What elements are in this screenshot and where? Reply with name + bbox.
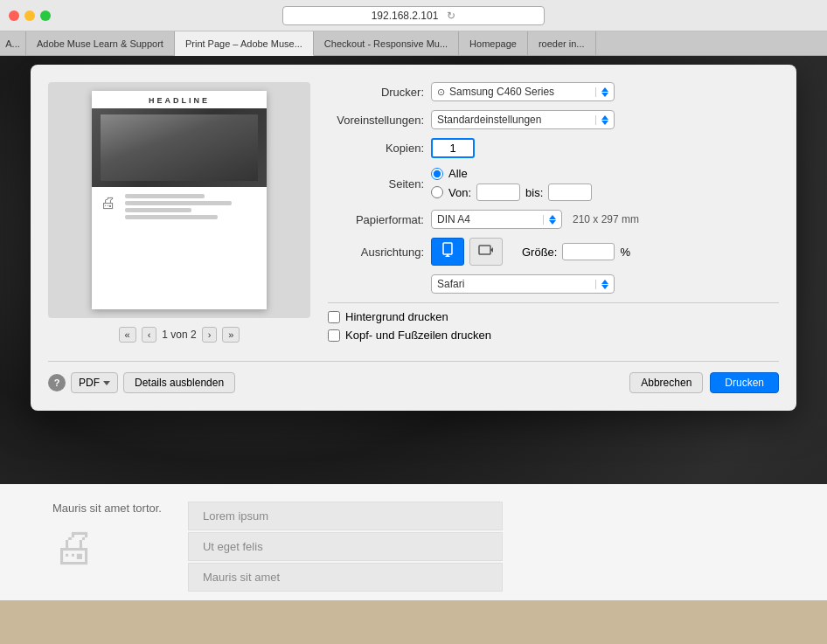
list-item-3: Mauris sit amet — [188, 563, 503, 592]
maximize-button[interactable] — [40, 10, 51, 21]
tab-new[interactable]: A... — [0, 31, 26, 55]
ausrichtung-row: Ausrichtung: — [328, 238, 779, 266]
kopien-control: 1 — [431, 138, 475, 158]
preview-line-2 — [125, 201, 232, 205]
tab-roeder[interactable]: roeder in... — [528, 31, 596, 55]
preview-bottom: 🖨 — [92, 187, 267, 309]
papierformat-value: DIN A4 — [437, 213, 470, 225]
minimize-button[interactable] — [24, 10, 35, 21]
app-select[interactable]: Safari — [431, 274, 615, 294]
tab-homepage[interactable]: Homepage — [459, 31, 528, 55]
refresh-icon[interactable]: ↻ — [447, 10, 455, 22]
app-row: Safari — [328, 274, 779, 294]
arrow-up-icon — [549, 215, 556, 219]
kopfzeilen-label: Kopf- und Fußzeilen drucken — [345, 329, 491, 342]
preview-image — [92, 108, 267, 187]
close-button[interactable] — [9, 10, 19, 21]
papierformat-label: Papierformat: — [328, 213, 424, 226]
arrow-up-icon — [601, 87, 608, 92]
preview-lines — [125, 194, 258, 219]
footer-left: ? PDF Details ausblenden — [48, 372, 235, 393]
page-info: 1 von 2 — [162, 329, 196, 341]
papierformat-size: 210 x 297 mm — [573, 213, 639, 225]
drucker-label: Drucker: — [328, 86, 424, 99]
drucker-row: Drucker: ⊙ Samsung C460 Series — [328, 82, 779, 101]
url-bar[interactable]: 192.168.2.101 ↻ — [282, 6, 545, 25]
landscape-btn[interactable] — [469, 238, 503, 266]
kopien-input[interactable]: 1 — [431, 138, 475, 158]
hintergrund-checkbox[interactable] — [328, 311, 340, 323]
preview-printer-icon: 🖨 — [101, 194, 116, 212]
preview-image-inner — [101, 114, 258, 182]
page-next-btn[interactable]: › — [202, 327, 218, 343]
help-button[interactable]: ? — [48, 374, 66, 391]
papierformat-select[interactable]: DIN A4 — [431, 210, 562, 229]
groesse-label: Größe: — [522, 246, 557, 259]
print-button[interactable]: Drucken — [710, 372, 779, 393]
kopfzeilen-row: Kopf- und Fußzeilen drucken — [328, 329, 779, 342]
traffic-lights — [9, 10, 51, 21]
seiten-von-radio[interactable] — [431, 186, 443, 198]
app-control: Safari — [431, 274, 615, 294]
portrait-icon — [439, 241, 456, 259]
content-list: Lorem ipsum Ut eget felis Mauris sit ame… — [188, 502, 503, 592]
hintergrund-label: Hintergrund drucken — [345, 310, 448, 323]
dropdown-arrow — [103, 381, 110, 385]
preview-line-4 — [125, 215, 218, 219]
details-button[interactable]: Details ausblenden — [123, 372, 235, 393]
pdf-dropdown-icon — [103, 381, 110, 385]
footer-right: Abbrechen Drucken — [629, 372, 779, 393]
landscape-icon — [477, 241, 495, 259]
preview-section: HEADLINE 🖨 — [48, 82, 310, 347]
app-value: Safari — [437, 278, 464, 290]
groesse-input[interactable]: 100 — [562, 243, 615, 260]
seiten-bis-input[interactable]: 1 — [548, 184, 592, 201]
seiten-alle-row: Alle — [431, 167, 592, 180]
kopien-label: Kopien: — [328, 142, 424, 155]
content-layout: Mauris sit amet tortor. 🖨 Lorem ipsum Ut… — [52, 502, 775, 592]
arrow-down-icon — [601, 93, 608, 97]
ausrichtung-control: Größe: 100 % — [431, 238, 630, 266]
arrow-up-icon — [601, 115, 608, 120]
voreinstellungen-row: Voreinstellungen: Standardeinstellungen — [328, 110, 779, 129]
seiten-von-input[interactable]: 1 — [476, 184, 520, 201]
tab-checkout[interactable]: Checkout - Responsive Mu... — [314, 31, 459, 55]
seiten-alle-label: Alle — [448, 167, 468, 180]
voreinstellungen-select[interactable]: Standardeinstellungen — [431, 110, 615, 129]
voreinstellungen-value: Standardeinstellungen — [437, 114, 541, 126]
divider — [328, 302, 779, 303]
voreinstellungen-label: Voreinstellungen: — [328, 114, 424, 127]
content-left: Mauris sit amet tortor. 🖨 — [52, 502, 162, 569]
kopfzeilen-checkbox[interactable] — [328, 329, 340, 342]
portrait-btn[interactable] — [431, 238, 464, 266]
groesse-unit: % — [620, 246, 630, 259]
seiten-control: Alle Von: 1 bis: 1 — [431, 167, 592, 201]
drucker-arrow — [595, 87, 608, 97]
drucker-control: ⊙ Samsung C460 Series — [431, 82, 615, 101]
seiten-alle-radio[interactable] — [431, 168, 443, 180]
content-text: Mauris sit amet tortor. — [52, 502, 162, 515]
page-last-btn[interactable]: » — [222, 327, 240, 343]
page-content: Mauris sit amet tortor. 🖨 Lorem ipsum Ut… — [0, 484, 827, 644]
dialog-content: HEADLINE 🖨 — [48, 82, 779, 347]
preview-line-3 — [125, 208, 191, 212]
cancel-button[interactable]: Abbrechen — [629, 372, 703, 393]
drucker-value: Samsung C460 Series — [449, 86, 554, 98]
tab-print-page[interactable]: Print Page – Adobe Muse... — [175, 31, 314, 56]
tabs-bar: A... Adobe Muse Learn & Support Print Pa… — [0, 31, 827, 56]
papierformat-control: DIN A4 210 x 297 mm — [431, 210, 639, 229]
drucker-select[interactable]: ⊙ Samsung C460 Series — [431, 82, 615, 101]
page-first-btn[interactable]: « — [119, 327, 136, 343]
list-item-2: Ut eget felis — [188, 532, 503, 561]
seiten-von-label: Von: — [448, 186, 471, 199]
voreinstellungen-control: Standardeinstellungen — [431, 110, 615, 129]
seiten-label: Seiten: — [328, 177, 424, 190]
svg-rect-0 — [443, 243, 452, 254]
dialog-footer: ? PDF Details ausblenden Abbrechen Druck… — [48, 361, 779, 393]
page-prev-btn[interactable]: ‹ — [142, 327, 157, 343]
pdf-button[interactable]: PDF — [71, 372, 118, 393]
url-text: 192.168.2.101 — [372, 10, 439, 22]
page-background: HEADLINE 🖨 — [0, 56, 827, 644]
arrow-down-icon — [601, 285, 608, 289]
tab-adobe-muse[interactable]: Adobe Muse Learn & Support — [26, 31, 175, 55]
